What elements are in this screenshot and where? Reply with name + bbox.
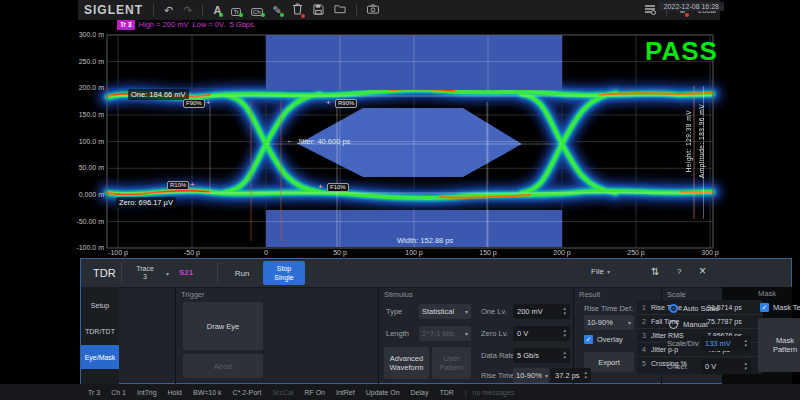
type-select[interactable]: Statistical ▾ — [419, 304, 471, 319]
tab-setup[interactable]: Setup — [81, 293, 119, 317]
redo-icon[interactable]: ↷ — [183, 5, 192, 16]
open-folder-icon[interactable] — [334, 4, 346, 16]
result-section-title: Result — [579, 290, 600, 299]
overlay-checkbox[interactable]: ✓ Overlay — [584, 335, 623, 344]
offset-label: Offset — [667, 362, 687, 371]
zero-level-label: Zero Lv. — [481, 329, 508, 338]
one-level-input[interactable]: 200 mV ▲▼ — [513, 304, 570, 319]
f10-cross-marker: + — [318, 183, 323, 191]
x-tick: 0 — [249, 249, 283, 256]
toolbar-divider — [153, 4, 154, 16]
save-icon[interactable] — [313, 4, 324, 17]
spinner-arrows[interactable]: ▲▼ — [560, 351, 570, 360]
advanced-waveform-button[interactable]: Advanced Waveform — [384, 347, 429, 379]
type-label: Type — [386, 307, 402, 316]
close-icon[interactable]: × — [699, 264, 706, 278]
status-rf: RF On — [304, 389, 325, 396]
panel-tab-column: Setup TDR/TDT Eye/Mask — [81, 287, 119, 384]
rise-time-def-select[interactable]: 10-90% ▾ — [513, 368, 549, 383]
channel-icon[interactable]: Ch — [251, 5, 263, 16]
stop-single-button[interactable]: Stop Single — [263, 261, 305, 285]
f90-marker-badge: F90% — [183, 99, 205, 108]
abort-button[interactable]: Abort — [183, 354, 263, 378]
trash-icon[interactable] — [292, 3, 303, 17]
mask-pattern-button[interactable]: Mask Pattern — [758, 318, 800, 372]
trigger-section-title: Trigger — [181, 290, 204, 299]
toolbar-divider — [356, 4, 357, 16]
y-tick: 300.0 m — [68, 31, 104, 38]
chevron-down-icon: ▾ — [545, 372, 548, 379]
y-tick: 0.000 m — [68, 191, 104, 198]
scale-div-input[interactable]: 133 mV ▲▼ — [701, 336, 751, 351]
status-delay: Delay — [411, 389, 429, 396]
s-parameter-label[interactable]: S21 — [179, 268, 193, 277]
jitter-annotation: Jitter: 40.600 ps — [297, 137, 350, 146]
tab-eye-mask[interactable]: Eye/Mask — [81, 345, 119, 369]
file-menu[interactable]: File ▾ — [591, 267, 610, 276]
annotation-icon[interactable]: A — [213, 5, 221, 16]
y-tick: 50.00 m — [68, 164, 104, 171]
system-settings-icon[interactable] — [644, 4, 656, 17]
amplitude-annotation: Amplitude: 183.96 mV — [698, 104, 705, 178]
data-rate-input[interactable]: 5 Gb/s ▲▼ — [513, 348, 570, 363]
checkbox-checked-icon: ✓ — [584, 335, 593, 344]
spinner-arrows[interactable]: ▲▼ — [560, 329, 570, 338]
marker-pen-icon[interactable]: ✎ — [273, 5, 282, 16]
screenshot-camera-icon[interactable] — [367, 4, 379, 16]
scale-div-label: Scale/Div — [667, 339, 699, 348]
export-button[interactable]: Export — [584, 352, 634, 372]
status-srccal: SrcCal — [272, 389, 293, 396]
top-toolbar: SIGLENT ↶ ↷ A Tr Ch ✎ — [78, 0, 720, 20]
siglent-logo: SIGLENT — [84, 3, 143, 17]
spinner-arrows[interactable]: ▲▼ — [741, 362, 751, 371]
spinner-arrows[interactable]: ▲▼ — [581, 371, 591, 380]
panel-header: TDR Trace 3 ▾ S21 Run Stop Single File ▾ — [81, 259, 791, 288]
auto-scale-radio[interactable]: Auto Scale — [669, 304, 719, 313]
trace-select[interactable]: Trace 3 ▾ — [127, 262, 169, 284]
r90-marker-badge: R90% — [335, 99, 357, 108]
user-pattern-button[interactable]: User Pattern — [432, 347, 471, 379]
x-tick: 100 p — [397, 249, 431, 256]
spinner-arrows[interactable]: ▲▼ — [560, 307, 570, 316]
jitter-arrow-icon: ← — [286, 136, 294, 145]
y-tick: -50.00 m — [68, 218, 104, 225]
spinner-arrows[interactable]: ▲▼ — [741, 339, 751, 348]
rise-time-input[interactable]: 37.2 ps ▲▼ — [551, 368, 591, 383]
run-button[interactable]: Run — [223, 262, 261, 284]
x-tick: 200 p — [545, 249, 579, 256]
chevron-down-icon: ▾ — [166, 270, 169, 277]
draw-eye-button[interactable]: Draw Eye — [183, 302, 263, 350]
y-tick: 250.0 m — [68, 58, 104, 65]
status-update: Update On — [366, 389, 400, 396]
manual-radio[interactable]: Manual — [669, 320, 708, 329]
application-window: SIGLENT ↶ ↷ A Tr Ch ✎ Local Tr 3 High = … — [0, 0, 800, 400]
radio-selected-icon — [669, 304, 678, 313]
f10-marker-badge: F10% — [327, 183, 349, 192]
status-channel: Ch 1 — [111, 389, 126, 396]
offset-input[interactable]: 0 V ▲▼ — [701, 359, 751, 374]
collapse-panel-icon[interactable]: ⇅ — [651, 266, 659, 277]
mask-test-checkbox[interactable]: ✓ Mask Test — [760, 303, 800, 312]
header-divider — [217, 263, 218, 283]
r90-cross-marker: + — [326, 99, 331, 107]
result-rise-def-select[interactable]: 10-90% ▾ — [584, 315, 634, 330]
length-label: Length — [386, 329, 409, 338]
status-hold: Hold — [168, 389, 182, 396]
f90-cross-marker: + — [206, 99, 211, 107]
chevron-down-icon: ▾ — [465, 330, 468, 337]
x-tick: 300 p — [693, 249, 727, 256]
toolbar-divider — [202, 4, 203, 16]
tab-tdr-tdt[interactable]: TDR/TDT — [81, 319, 119, 343]
mask-pass-indicator: PASS — [645, 36, 718, 67]
rise-time-def-label: Rise Time Def. — [584, 304, 633, 313]
rise-time-label: Rise Time — [481, 371, 514, 380]
x-tick: 50 p — [323, 249, 357, 256]
zero-level-annotation: Zero: 696.17 µV — [116, 197, 176, 208]
help-icon[interactable]: ? — [677, 267, 681, 276]
undo-icon[interactable]: ↶ — [164, 5, 173, 16]
status-tdr-mode: TDR — [439, 389, 453, 396]
trace-icon[interactable]: Tr — [231, 5, 240, 16]
zero-level-input[interactable]: 0 V ▲▼ — [513, 326, 570, 341]
r10-marker-badge: R10% — [167, 181, 189, 190]
length-select[interactable]: 2^7-1 bits ▾ — [419, 326, 471, 341]
